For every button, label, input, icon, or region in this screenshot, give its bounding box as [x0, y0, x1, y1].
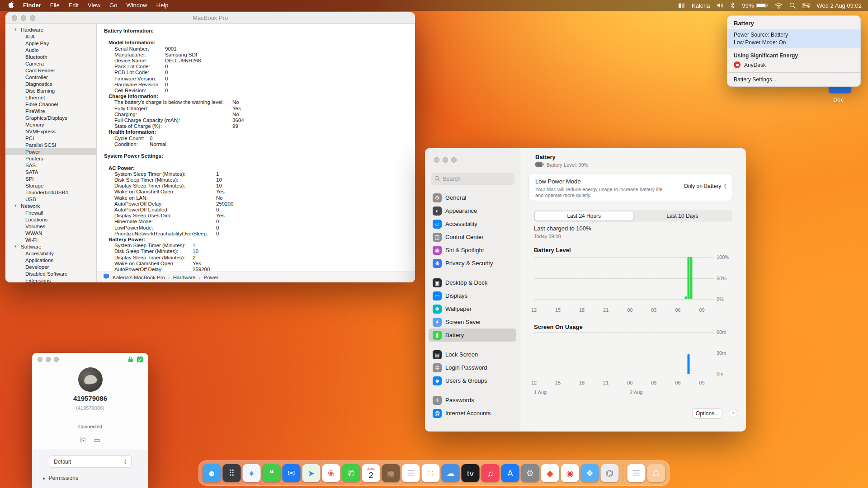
dock-photo-preview[interactable]: ▦ — [382, 464, 400, 482]
sysinfo-sidebar-item[interactable]: Printers — [5, 155, 96, 162]
menu-bar-item[interactable]: Help — [152, 0, 173, 11]
dock-mail[interactable]: ✉ — [283, 464, 301, 482]
sysinfo-sidebar-item[interactable]: Disc Burning — [5, 87, 96, 94]
wifi-icon[interactable] — [775, 3, 783, 9]
sysinfo-sidebar-item[interactable]: Card Reader — [5, 67, 96, 74]
sysinfo-sidebar-item[interactable]: SPI — [5, 175, 96, 182]
sidebar-item-login-password[interactable]: ✲ Login Password — [429, 361, 516, 374]
sysinfo-sidebar-item[interactable]: Software — [5, 243, 96, 250]
sysinfo-sidebar-item[interactable]: NVMExpress — [5, 128, 96, 135]
menu-bar-item[interactable]: View — [83, 0, 105, 11]
settings-search-field[interactable] — [431, 173, 514, 185]
sysinfo-sidebar-item[interactable]: Camera — [5, 60, 96, 67]
help-button[interactable]: ? — [729, 409, 737, 418]
breadcrumb[interactable]: Power — [204, 275, 219, 280]
dock-notes[interactable]: ☰ — [402, 464, 420, 482]
breadcrumb[interactable]: Hardware — [173, 275, 196, 280]
bluetooth-icon[interactable] — [731, 2, 735, 9]
file-transfer-icon[interactable]: ⎘ — [80, 436, 85, 444]
sysinfo-sidebar-item[interactable]: Apple Pay — [5, 40, 96, 47]
dock-calendar[interactable]: AUG 2 — [362, 464, 380, 482]
zoom-button[interactable] — [30, 15, 35, 21]
volume-icon[interactable] — [717, 3, 724, 8]
sidebar-item-appearance[interactable]: ◐ Appearance — [429, 204, 516, 217]
disclosure-chevron-icon[interactable] — [14, 202, 20, 209]
sysinfo-sidebar-item[interactable]: SATA — [5, 169, 96, 175]
tab[interactable]: Last 24 Hours — [535, 211, 633, 221]
sidebar-item-battery[interactable]: ▮ Battery — [429, 328, 516, 342]
sysinfo-sidebar-item[interactable]: Hardware — [5, 26, 96, 33]
sysinfo-sidebar-item[interactable]: Thunderbolt/USB4 — [5, 189, 96, 196]
sysinfo-sidebar-item[interactable]: Wi-Fi — [5, 236, 96, 243]
sidebar-item-wallpaper[interactable]: ❖ Wallpaper — [429, 302, 516, 315]
sysinfo-sidebar-item[interactable]: USB — [5, 196, 96, 202]
menu-bar-item[interactable]: Window — [122, 0, 151, 11]
sysinfo-sidebar-item[interactable]: Extensions — [5, 277, 96, 282]
system-information-titlebar[interactable]: MacBook Pro — [5, 12, 415, 24]
close-button[interactable] — [38, 357, 42, 362]
sysinfo-sidebar-item[interactable]: Memory — [5, 121, 96, 128]
menu-bar-item[interactable]: File — [46, 0, 64, 11]
dock-anydesk[interactable]: ◉ — [561, 464, 579, 482]
close-button[interactable] — [12, 15, 17, 21]
sidebar-item-displays[interactable]: ▭ Displays — [429, 289, 516, 302]
search-input[interactable] — [443, 176, 511, 182]
sysinfo-sidebar-item[interactable]: PCI — [5, 135, 96, 141]
window-tiles-icon[interactable] — [678, 3, 685, 9]
sysinfo-sidebar-item[interactable]: Volumes — [5, 223, 96, 230]
sysinfo-sidebar-item[interactable]: Graphics/Displays — [5, 114, 96, 121]
dock-system-settings[interactable]: ⚙ — [521, 464, 539, 482]
sidebar-item-control-center[interactable]: ◫ Control Center — [429, 230, 516, 244]
dock-safari[interactable]: ⌖ — [243, 464, 261, 482]
sysinfo-sidebar-item[interactable]: Controller — [5, 74, 96, 80]
dock-maps[interactable]: ➤ — [302, 464, 321, 482]
dock-utility-app[interactable]: ⌬ — [601, 464, 619, 482]
minimize-button[interactable] — [21, 15, 26, 21]
sidebar-item-general[interactable]: ⚙ General — [429, 191, 516, 204]
sidebar-item-screen-saver[interactable]: ✦ Screen Saver — [429, 315, 516, 328]
dock-diamond-app[interactable]: ◆ — [541, 464, 559, 482]
dock-reminders[interactable]: ∷ — [422, 464, 440, 482]
dock-apple-tv[interactable]: tv — [462, 464, 480, 482]
low-power-mode-select[interactable]: Only on Battery — [684, 183, 726, 189]
apple-menu[interactable] — [6, 1, 19, 10]
sysinfo-sidebar-item[interactable]: SAS — [5, 162, 96, 169]
dock-launchpad[interactable]: ⠿ — [223, 464, 241, 482]
dock-document[interactable]: ☰ — [627, 464, 646, 482]
sysinfo-sidebar-item[interactable]: Ethernet — [5, 94, 96, 101]
dock-photos[interactable]: ❀ — [322, 464, 340, 482]
sysinfo-sidebar-item[interactable]: Locations — [5, 216, 96, 223]
zoom-button[interactable] — [54, 357, 59, 362]
minimize-button[interactable] — [443, 157, 448, 163]
zoom-button[interactable] — [451, 157, 457, 163]
battery-settings-link[interactable]: Battery Settings... — [727, 73, 860, 84]
dock-messages[interactable]: ❝ — [263, 464, 281, 482]
permissions-disclosure[interactable]: Permissions — [43, 475, 78, 481]
close-button[interactable] — [434, 157, 439, 163]
spotlight-search-icon[interactable] — [789, 2, 796, 9]
menu-bar-item[interactable]: Finder — [19, 0, 46, 11]
dock-facetime[interactable]: ✆ — [342, 464, 360, 482]
menubar-user-name[interactable]: Kaleria — [692, 2, 710, 9]
sysinfo-sidebar-item[interactable]: Applications — [5, 257, 96, 263]
dock-app-store[interactable]: A — [501, 464, 519, 482]
sysinfo-sidebar-item[interactable]: Audio — [5, 47, 96, 53]
disclosure-chevron-icon[interactable] — [14, 26, 20, 33]
tab[interactable]: Last 10 Days — [633, 211, 732, 221]
sidebar-item-passwords[interactable]: ✳ Passwords — [429, 394, 516, 407]
sysinfo-sidebar-item[interactable]: FireWire — [5, 108, 96, 114]
sidebar-item-users-groups[interactable]: ☻ Users & Groups — [429, 374, 516, 387]
remote-screen-icon[interactable]: ▭ — [94, 436, 100, 444]
breadcrumb[interactable]: Kaleria's MacBook Pro — [113, 275, 165, 280]
sysinfo-sidebar-item[interactable]: Firewall — [5, 209, 96, 216]
disclosure-chevron-icon[interactable] — [14, 243, 20, 250]
menubar-clock[interactable]: Wed 2 Aug 09:02 — [816, 2, 862, 9]
dock-trash[interactable]: ♺ — [647, 464, 665, 482]
battery-icon[interactable] — [756, 3, 768, 8]
minimize-button[interactable] — [46, 357, 51, 362]
dock-finder[interactable]: ☻ — [203, 464, 221, 482]
energy-app-row[interactable]: AnyDesk — [727, 61, 860, 72]
sysinfo-sidebar-item[interactable]: Disabled Software — [5, 270, 96, 277]
sysinfo-sidebar-item[interactable]: Network — [5, 202, 96, 209]
sidebar-item-internet-accounts[interactable]: @ Internet Accounts — [429, 407, 516, 420]
